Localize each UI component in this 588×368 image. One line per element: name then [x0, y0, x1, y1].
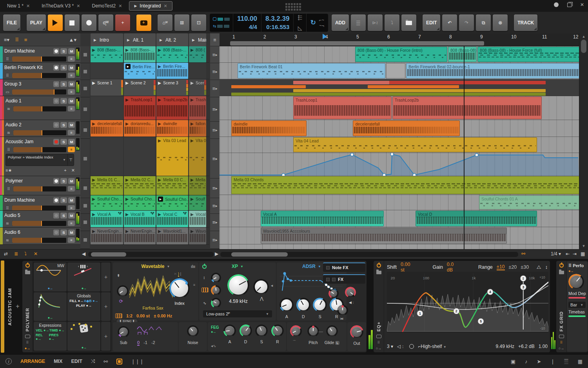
launcher-clip[interactable]: ▶dorianredu...: [124, 120, 156, 137]
track-row[interactable]: Acoustic JamSM⠿≡Polymer » Wavetable Inde…: [0, 137, 80, 176]
wavetable-list-icon[interactable]: ılıı: [191, 264, 195, 269]
track-menu-button[interactable]: TRACK: [514, 15, 537, 31]
mute-button[interactable]: M: [68, 48, 75, 54]
arranger-hscroll-track[interactable]: [220, 252, 518, 257]
fx-grid-folder-icon[interactable]: [559, 271, 564, 274]
launcher-empty-cell[interactable]: [91, 96, 123, 120]
fx-grid-mod-route[interactable]: ●→: [568, 269, 586, 273]
mod-route-icon[interactable]: ●→: [34, 316, 67, 320]
modulator-lfo[interactable]: MW ●→: [34, 262, 67, 291]
arrangement-loop-region[interactable]: [230, 41, 484, 46]
piano-panel-icon[interactable]: 𝄛: [564, 358, 568, 364]
undo-button[interactable]: ↶: [442, 15, 457, 31]
eq-band-q-value[interactable]: 1.00: [539, 344, 548, 349]
zoom-link-icon[interactable]: ⚯: [521, 251, 525, 257]
pre-roll-icon[interactable]: ⌐~~¬: [319, 19, 324, 27]
scene-row-launch-button[interactable]: ≣▸: [210, 214, 220, 231]
launcher-clip[interactable]: ▶TrashLoop1: [124, 96, 156, 120]
launcher-scroll-right[interactable]: ▶: [215, 251, 218, 257]
eq-band-power-icon[interactable]: [409, 344, 414, 349]
sub-shape-icons[interactable]: [136, 325, 174, 335]
eq-range-30[interactable]: ±30: [521, 264, 529, 270]
launcher-clip[interactable]: ▶Wavoloid1...: [156, 228, 188, 244]
fx-tab[interactable]: FX: [323, 274, 365, 284]
sub-oct-0[interactable]: 0: [137, 340, 140, 346]
solo-button[interactable]: S: [60, 230, 67, 235]
transport-mini-toggles[interactable]: ⇆: [210, 14, 233, 32]
note-fx-checkbox[interactable]: [326, 266, 330, 270]
track-row[interactable]: Audio 6SM≋≡: [0, 228, 80, 245]
arranger-stop-button[interactable]: [80, 179, 90, 198]
scene-row-launch-button[interactable]: ≣▸: [210, 80, 220, 97]
redo-button[interactable]: ↷: [459, 15, 474, 31]
mod-route-icon[interactable]: ●→: [34, 286, 67, 290]
project-tab[interactable]: ▶Integrated✕: [129, 1, 172, 11]
mute-button[interactable]: M: [68, 122, 75, 128]
arranger-clip[interactable]: 808 (Bass-08) - House Force (full): [477, 47, 581, 62]
mute-button[interactable]: M: [68, 230, 75, 235]
project-tab[interactable]: New 1 *✕: [2, 1, 34, 11]
eq-range-10[interactable]: ±10: [497, 264, 505, 270]
mix-view-button[interactable]: MIX: [54, 359, 62, 364]
record-arm-button[interactable]: [53, 197, 59, 203]
play-start-marker[interactable]: [323, 34, 327, 39]
solo-button[interactable]: S: [60, 98, 67, 104]
device-power-icon[interactable]: [25, 263, 30, 268]
dual-panel-icon[interactable]: ⤨: [91, 358, 95, 364]
knob-velocity-sens[interactable]: [328, 288, 339, 299]
launcher-clip[interactable]: ▶Vita 0: [189, 137, 206, 176]
eq-preset-folder-icon[interactable]: [376, 271, 381, 274]
arranger-stop-button[interactable]: [80, 139, 90, 179]
timeline-ruler[interactable]: 123456789101112: [220, 33, 579, 46]
playhead[interactable]: [464, 46, 465, 249]
browser-panel-icon[interactable]: ▣: [511, 359, 515, 364]
launcher-clip[interactable]: ▶Soulful Cho...: [156, 195, 188, 210]
eq-remote-icon[interactable]: [376, 335, 381, 338]
volume-fader[interactable]: [13, 130, 66, 135]
eq-range-20[interactable]: ±20: [509, 264, 517, 270]
launcher-empty-cell[interactable]: [124, 137, 156, 176]
record-arm-button[interactable]: [53, 65, 59, 71]
detail-panel-icon[interactable]: ▦: [578, 359, 583, 364]
fx-grid-grid-icon[interactable]: ⠿: [560, 341, 563, 344]
scene-header-menu[interactable]: ≣: [210, 33, 220, 46]
arranger-stop-button[interactable]: [80, 63, 90, 80]
arranger-loop-icon[interactable]: ↻: [310, 18, 316, 27]
arranger-clip[interactable]: Soulful Chords 01 A: [479, 195, 581, 210]
arranger-hscroll-thumb[interactable]: [231, 252, 288, 257]
time-value[interactable]: 0:16.553: [265, 24, 289, 30]
eq-listen-icon[interactable]: ◁﹕: [397, 343, 405, 350]
track-row[interactable]: Audio 2SM≋≡: [0, 120, 80, 137]
filter-cutoff-value[interactable]: 4.59 kHz: [223, 299, 253, 304]
stop-button[interactable]: [65, 15, 80, 31]
remote-controls-icon[interactable]: [25, 335, 30, 338]
track-row[interactable]: Drum MachineSM⠿≡: [0, 46, 80, 63]
mapping-grid-icon[interactable]: ⠿: [26, 341, 29, 344]
scene-row-launch-button[interactable]: ≣▸: [210, 179, 220, 198]
modulation-source-chooser[interactable]: Polymer » Wavetable Index▼⊤: [5, 154, 74, 166]
add-modulator-button[interactable]: +: [101, 292, 111, 321]
knob-osc-shape[interactable]: [117, 285, 129, 297]
volume-fader[interactable]: [12, 221, 66, 226]
arranger-clip[interactable]: 808 (Bass-08) - House Force (intro): [355, 47, 447, 62]
track-sort-icon[interactable]: ≡▾: [4, 37, 9, 43]
osc-hz-value[interactable]: ± 0.00 Hz: [154, 313, 172, 318]
mixer-columns-icon[interactable]: ❘❘❘: [131, 359, 144, 364]
knob-feg-R[interactable]: [271, 324, 284, 337]
arranger-clip[interactable]: [386, 63, 405, 78]
arranger-stop-button[interactable]: [80, 80, 90, 97]
fx-grid-power-icon[interactable]: [559, 263, 564, 268]
track-swap-icon[interactable]: ⇄: [4, 251, 8, 257]
arranger-stop-button[interactable]: [80, 97, 90, 122]
launcher-clip[interactable]: ▶808 (: [189, 46, 206, 62]
launcher-clip[interactable]: ▶Soulful Cho...: [124, 195, 156, 210]
list-view-icon[interactable]: ≡: [24, 37, 27, 43]
launcher-clip[interactable]: ▶Mella 02 C...: [124, 176, 156, 195]
sub-oct-2[interactable]: -2: [151, 340, 155, 346]
mod-route-icon[interactable]: ●→: [67, 346, 100, 350]
punch-in-icon[interactable]: ⬱: [298, 14, 302, 21]
volume-fader[interactable]: [12, 89, 66, 95]
launcher-clip[interactable]: ▶808 (Bass-...: [156, 46, 188, 62]
scroll-down-arrow[interactable]: ▼: [579, 244, 588, 248]
launcher-empty-cell[interactable]: [189, 63, 206, 79]
